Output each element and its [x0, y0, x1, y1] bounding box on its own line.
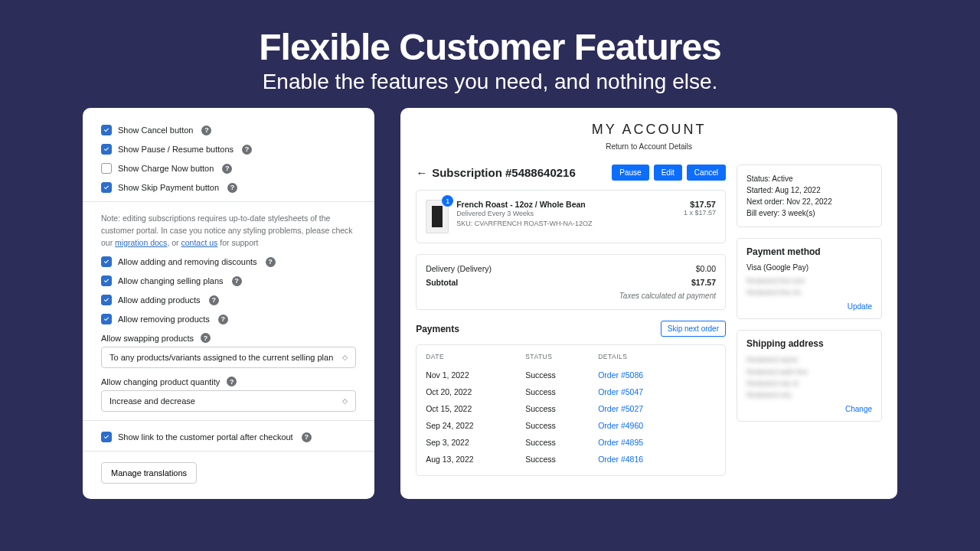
checkbox[interactable]	[101, 314, 112, 324]
payment-row: Aug 13, 2022SuccessOrder #4816	[426, 451, 716, 468]
product-name: French Roast - 12oz / Whole Bean	[456, 200, 676, 209]
pause-button[interactable]: Pause	[612, 165, 648, 181]
payment-redacted: Redacted line textRedacted line txt	[746, 275, 872, 298]
payment-row: Oct 15, 2022SuccessOrder #5027	[426, 400, 716, 417]
migration-docs-link[interactable]: migration docs	[115, 238, 167, 247]
help-icon[interactable]: ?	[266, 257, 276, 267]
change-shipping-link[interactable]: Change	[746, 405, 872, 413]
checkbox-label: Allow adding products	[118, 295, 201, 305]
subscription-title: ← Subscription #5488640216	[416, 166, 576, 179]
contact-us-link[interactable]: contact us	[181, 238, 217, 247]
payment-row: Sep 24, 2022SuccessOrder #4960	[426, 417, 716, 434]
payment-method-title: Payment method	[746, 246, 872, 257]
hero-subtitle: Enable the features you need, and nothin…	[0, 70, 980, 94]
payment-order-link[interactable]: Order #5027	[598, 404, 716, 413]
checkbox-label: Show Skip Payment button	[118, 183, 219, 192]
product-delivery: Delivered Every 3 Weeks	[456, 209, 676, 219]
delivery-label: Delivery (Delivery)	[426, 264, 492, 273]
payment-date: Sep 3, 2022	[426, 438, 525, 447]
checkbox-label: Show link to the customer portal after c…	[118, 432, 293, 442]
help-icon[interactable]: ?	[209, 295, 219, 305]
checkbox-row: Show Pause / Resume buttons?	[101, 144, 356, 155]
checkbox[interactable]	[101, 163, 112, 174]
product-image: 1	[426, 200, 449, 233]
help-icon[interactable]: ?	[218, 315, 228, 324]
skip-order-button[interactable]: Skip next order	[661, 321, 726, 337]
back-arrow-icon[interactable]: ←	[416, 166, 427, 179]
payment-method-card: Payment method Visa (Google Pay) Redacte…	[737, 238, 882, 319]
payment-row: Sep 3, 2022SuccessOrder #4895	[426, 434, 716, 451]
checkbox[interactable]	[101, 295, 112, 305]
product-card: 1 French Roast - 12oz / Whole Bean Deliv…	[416, 190, 726, 243]
shipping-card: Shipping address Redacted nameRedacted a…	[737, 330, 882, 422]
checkbox-row: Allow changing selling plans?	[101, 276, 356, 286]
product-sku: SKU: CVARFRENCH ROAST-WH-NA-12OZ	[456, 219, 676, 229]
manage-translations-button[interactable]: Manage translations	[101, 462, 197, 484]
checkbox[interactable]	[101, 125, 112, 135]
subtotal-label: Subtotal	[426, 278, 458, 287]
edit-button[interactable]: Edit	[654, 165, 682, 181]
payment-order-link[interactable]: Order #4816	[598, 455, 716, 464]
payment-status: Success	[525, 404, 598, 413]
payment-date: Nov 1, 2022	[426, 370, 525, 380]
checkbox[interactable]	[101, 276, 112, 286]
payment-order-link[interactable]: Order #4960	[598, 421, 716, 430]
delivery-value: $0.00	[696, 264, 716, 273]
account-title: MY ACCOUNT	[416, 122, 882, 138]
product-price-breakdown: 1 x $17.57	[684, 209, 716, 217]
checkbox-label: Allow adding and removing discounts	[118, 257, 257, 266]
payment-order-link[interactable]: Order #5047	[598, 387, 716, 396]
help-icon[interactable]: ?	[232, 276, 242, 286]
checkbox-row: Show Skip Payment button?	[101, 182, 356, 193]
checkbox[interactable]	[101, 256, 112, 267]
checkbox-label: Allow changing selling plans	[118, 276, 224, 285]
account-panel: MY ACCOUNT Return to Account Details ← S…	[400, 108, 897, 499]
payment-status: Success	[525, 438, 598, 447]
checkbox[interactable]	[101, 182, 112, 193]
payment-row: Nov 1, 2022SuccessOrder #5086	[426, 367, 716, 383]
return-link[interactable]: Return to Account Details	[416, 142, 882, 151]
checkbox-label: Show Cancel button	[118, 126, 193, 135]
checkbox[interactable]	[101, 144, 112, 155]
status-next: Next order: Nov 22, 2022	[746, 196, 872, 207]
col-details-header: DETAILS	[598, 353, 716, 360]
checkbox-row: Allow adding and removing discounts?	[101, 256, 356, 267]
help-icon[interactable]: ?	[227, 183, 237, 193]
status-card: Status: Active Started: Aug 12, 2022 Nex…	[737, 165, 882, 227]
qty-select[interactable]: Increase and decrease ◇	[101, 390, 356, 412]
subtotal-value: $17.57	[691, 278, 716, 287]
help-icon[interactable]: ?	[222, 164, 232, 174]
payment-status: Success	[525, 455, 598, 464]
help-icon[interactable]: ?	[201, 126, 211, 135]
swap-products-select[interactable]: To any products/variants assigned to the…	[101, 347, 356, 368]
chevron-down-icon: ◇	[342, 397, 348, 405]
status-started: Started: Aug 12, 2022	[746, 184, 872, 196]
status-active: Status: Active	[746, 173, 872, 184]
status-bill: Bill every: 3 week(s)	[746, 207, 872, 219]
settings-panel: Show Cancel button?Show Pause / Resume b…	[83, 108, 374, 499]
help-icon[interactable]: ?	[242, 145, 252, 155]
help-icon[interactable]: ?	[201, 333, 211, 343]
payment-row: Oct 20, 2022SuccessOrder #5047	[426, 383, 716, 400]
swap-products-label: Allow swapping products ?	[101, 333, 356, 343]
payments-table: DATE STATUS DETAILS Nov 1, 2022SuccessOr…	[416, 344, 726, 476]
checkbox[interactable]	[101, 432, 112, 442]
cancel-button[interactable]: Cancel	[687, 165, 726, 181]
help-icon[interactable]: ?	[227, 377, 237, 386]
checkbox-label: Show Charge Now button	[118, 164, 214, 173]
summary-card: Delivery (Delivery) $0.00 Subtotal $17.5…	[416, 254, 726, 310]
checkbox-row: Allow adding products?	[101, 295, 356, 305]
payment-card-info: Visa (Google Pay)	[746, 262, 872, 273]
payment-order-link[interactable]: Order #5086	[598, 370, 716, 380]
help-icon[interactable]: ?	[302, 432, 312, 442]
divider	[83, 420, 374, 421]
qty-badge: 1	[442, 195, 453, 207]
shipping-title: Shipping address	[746, 338, 872, 349]
update-payment-link[interactable]: Update	[746, 302, 872, 311]
payment-order-link[interactable]: Order #4895	[598, 438, 716, 447]
tax-note: Taxes calculated at payment	[426, 292, 716, 300]
settings-note: Note: editing subscriptions requires up-…	[101, 213, 356, 249]
product-price: $17.57	[684, 200, 716, 209]
checkbox-row: Show Cancel button?	[101, 125, 356, 135]
payment-date: Oct 20, 2022	[426, 387, 525, 396]
